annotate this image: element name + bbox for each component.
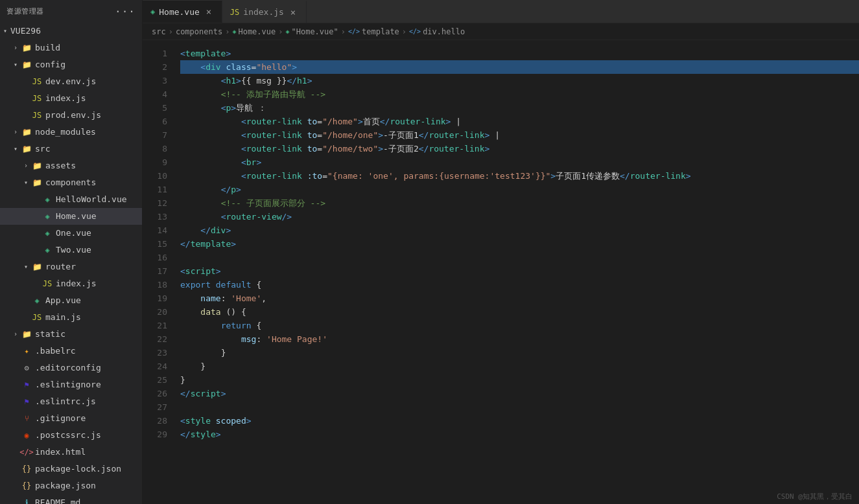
folder-icon: 📁 — [31, 159, 43, 173]
sidebar-item-index.html[interactable]: </> index.html — [0, 444, 142, 461]
code-line — [180, 400, 859, 414]
vue-icon: ◈ — [41, 192, 53, 207]
sidebar-item-.gitignore[interactable]: ⑂ .gitignore — [0, 410, 142, 427]
sidebar-item-.postcssrc.js[interactable]: ◉ .postcssrc.js — [0, 427, 142, 444]
editor-content: 1234567891011121314151617181920212223242… — [143, 40, 859, 504]
sidebar-item-.eslintignore[interactable]: ⚑ .eslintignore — [0, 376, 142, 393]
sidebar-item-config[interactable]: ▾ 📁 config — [0, 56, 142, 73]
tab-index-js[interactable]: JS index.js × — [222, 1, 307, 23]
js-icon: JS — [31, 91, 43, 106]
sidebar-item-src[interactable]: ▾ 📁 src — [0, 141, 142, 157]
breadcrumb-item-5: </>div.hello — [409, 27, 465, 36]
sidebar-menu-button[interactable]: ··· — [115, 5, 135, 17]
sidebar-item-label: src — [35, 142, 50, 156]
sidebar-item-Two.vue[interactable]: ◈ Two.vue — [0, 242, 142, 258]
sidebar-item-label: package-lock.json — [35, 462, 121, 476]
line-number: 19 — [143, 292, 167, 305]
sidebar-item-App.vue[interactable]: ◈ App.vue — [0, 292, 142, 309]
line-number: 23 — [143, 346, 167, 360]
code-line: </template> — [180, 237, 859, 251]
code-line: } — [180, 360, 859, 373]
sidebar-item-label: .postcssrc.js — [35, 428, 101, 442]
code-line: <router-view/> — [180, 210, 859, 223]
code-line: <script> — [180, 264, 859, 278]
sidebar-item-label: build — [35, 41, 60, 55]
bc-vue-icon: ◈ — [285, 28, 289, 35]
line-number: 14 — [143, 223, 167, 237]
sidebar-item-assets[interactable]: › 📁 assets — [0, 157, 142, 174]
sidebar-root-label: VUE296 — [10, 24, 41, 38]
sidebar-item-label: static — [35, 327, 65, 341]
sidebar-item-label: .gitignore — [35, 411, 86, 426]
code-line: </p> — [180, 183, 859, 196]
bc-vue-icon: ◈ — [232, 28, 236, 35]
sidebar-item-.editorconfig[interactable]: ⚙ .editorconfig — [0, 360, 142, 376]
breadcrumb-separator: › — [169, 27, 173, 36]
sidebar-item-label: components — [45, 176, 96, 190]
line-number: 5 — [143, 101, 167, 115]
bc-template-icon: </> — [348, 28, 360, 35]
sidebar-item-One.vue[interactable]: ◈ One.vue — [0, 225, 142, 242]
code-line: } — [180, 373, 859, 387]
vue-icon: ◈ — [41, 243, 53, 257]
line-number: 9 — [143, 155, 167, 169]
sidebar-item-HelloWorld.vue[interactable]: ◈ HelloWorld.vue — [0, 191, 142, 208]
code-area[interactable]: <template> <div class="hello"> <h1>{{ ms… — [175, 40, 859, 504]
code-line: <template> — [180, 47, 859, 60]
sidebar-item-main.js[interactable]: JS main.js — [0, 309, 142, 326]
code-line: export default { — [180, 278, 859, 292]
sidebar-item-.babelrc[interactable]: ✦ .babelrc — [0, 343, 142, 360]
sidebar-item-root[interactable]: ▾ VUE296 — [0, 23, 142, 40]
git-icon: ⑂ — [21, 411, 32, 426]
folder-arrow-icon: ▾ — [21, 176, 31, 190]
line-number: 25 — [143, 373, 167, 387]
line-number: 13 — [143, 210, 167, 223]
code-line: <br> — [180, 155, 859, 169]
sidebar-item-label: HelloWorld.vue — [56, 192, 127, 207]
sidebar-item-.eslintrc.js[interactable]: ⚑ .eslintrc.js — [0, 393, 142, 410]
sidebar-item-label: Two.vue — [56, 243, 91, 257]
bc-text: "Home.vue" — [292, 27, 338, 36]
line-number: 27 — [143, 400, 167, 414]
line-number: 6 — [143, 115, 167, 128]
sidebar-item-prod.env.js[interactable]: JS prod.env.js — [0, 107, 142, 124]
sidebar-item-dev.env.js[interactable]: JS dev.env.js — [0, 73, 142, 90]
sidebar-item-Home.vue[interactable]: ◈ Home.vue — [0, 208, 142, 225]
folder-icon: 📁 — [21, 142, 32, 156]
tab-close-button[interactable]: × — [288, 7, 298, 17]
code-line: </style> — [180, 428, 859, 441]
sidebar-item-label: router — [45, 260, 76, 274]
sidebar-item-package-lock.json[interactable]: {} package-lock.json — [0, 461, 142, 477]
sidebar-item-router[interactable]: ▾ 📁 router — [0, 258, 142, 275]
sidebar-item-label: README.md — [35, 496, 80, 504]
line-number: 15 — [143, 237, 167, 251]
vue-icon: ◈ — [41, 209, 53, 223]
line-number: 26 — [143, 387, 167, 400]
sidebar-item-router-index.js[interactable]: JS index.js — [0, 275, 142, 292]
sidebar-item-node_modules[interactable]: › 📁 node_modules — [0, 124, 142, 141]
sidebar-item-label: package.json — [35, 479, 96, 493]
sidebar-item-label: index.js — [56, 277, 97, 291]
line-number: 1 — [143, 47, 167, 60]
line-number: 18 — [143, 278, 167, 292]
sidebar-item-index.js-config[interactable]: JS index.js — [0, 90, 142, 107]
folder-icon: 📁 — [21, 327, 32, 341]
sidebar-item-components[interactable]: ▾ 📁 components — [0, 174, 142, 191]
sidebar-item-package.json[interactable]: {} package.json — [0, 477, 142, 494]
sidebar-item-build[interactable]: › 📁 build — [0, 40, 142, 56]
js-icon: JS — [31, 108, 43, 122]
tab-icon: ◈ — [150, 7, 155, 16]
editor-area: ◈ Home.vue × JS index.js × src›component… — [143, 0, 859, 504]
sidebar-item-label: dev.env.js — [45, 74, 96, 89]
breadcrumb-item-0: src — [152, 27, 166, 36]
tab-home-vue[interactable]: ◈ Home.vue × — [143, 1, 222, 23]
code-line: <!-- 子页面展示部分 --> — [180, 196, 859, 210]
tab-close-button[interactable]: × — [204, 6, 214, 17]
sidebar-item-README.md[interactable]: ℹ README.md — [0, 494, 142, 504]
folder-icon: 📁 — [31, 260, 43, 274]
line-number: 2 — [143, 60, 167, 74]
code-line: <style scoped> — [180, 414, 859, 428]
line-number: 17 — [143, 264, 167, 278]
folder-arrow-icon: ▾ — [10, 58, 21, 72]
sidebar-item-static[interactable]: › 📁 static — [0, 326, 142, 343]
